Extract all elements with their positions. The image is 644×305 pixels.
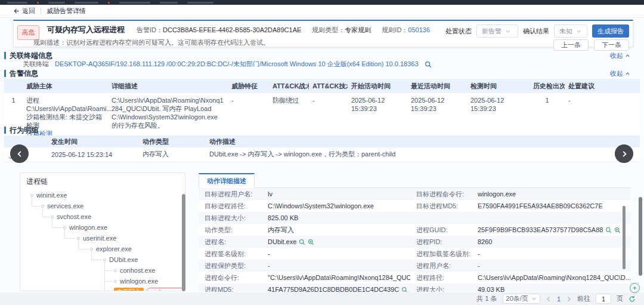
process-highlight-node[interactable]: 内存写入 winlogon.exe [26,286,179,291]
goto-page-input[interactable] [596,294,611,304]
process-node[interactable]: explorer.exe [26,244,179,254]
tab-action-detail[interactable]: 动作详细描述 [199,173,255,188]
node-bullet-icon [114,269,117,272]
carousel-prev-button[interactable] [10,144,29,163]
last-time-cell: 2025-06-12 15:39:23 [407,93,467,141]
pagination-bar: 共 1 条 20条/页 1 前往 页 [0,292,644,305]
terminal-label: 关联终端 [23,60,49,69]
threat-feature-cell: - [228,93,269,141]
detail-table-scrollbar[interactable] [623,206,626,269]
zoom-in-icon[interactable] [614,227,621,233]
search-icon[interactable] [425,61,432,68]
behavior-table-row: 2025-06-12 15:23:14 内存写入 DUbit.exe -> 内存… [4,147,640,162]
detail-row: 进程名: DUbit.exe 进程PID: 8260 [199,236,631,248]
alert-summary-card: 高危 可疑内存写入远程进程 告警ID：DCC3B8A5-EFEE-4462-B5… [13,20,633,47]
alert-title: 可疑内存写入远程进程 [47,24,125,35]
occur-time-cell: 2025-06-12 15:23:14 [48,147,139,162]
alert-id-label: 告警ID： [137,26,163,33]
search-icon[interactable] [299,239,305,245]
history-count-link[interactable]: 1 [530,93,565,141]
top-nav-placeholder [160,2,178,4]
process-node[interactable]: wininit.exe [26,190,179,201]
detail-row: 进程MD5: 41FA775D9A26D1C8DBDB0DE1C4DC439C … [199,284,631,292]
top-nav-bar [0,0,644,5]
detail-row: 进程签名级别: - 进程加载签名级别: - [199,248,631,260]
carousel-next-button[interactable] [615,144,633,163]
rule-id-link[interactable]: 050136 [408,26,430,33]
process-node[interactable]: DUbit.exe [26,254,179,265]
back-button[interactable]: 返回 [13,7,35,16]
confirm-result-select[interactable]: 未知 [554,24,587,38]
attck-technique-cell: - [309,93,348,141]
behavior-section-header: 行为明细 [4,126,38,134]
process-chain-title: 进程链 [26,177,179,187]
floating-widget-icon[interactable] [630,283,640,293]
total-count: 共 1 条 [476,294,497,303]
divider [41,8,41,15]
col-suggestion: 处置建议 [565,79,640,93]
detail-desc-cell: C:\Users\lv\AppData\Roaming\Nxonq1284_QU… [108,93,228,141]
suggestion-cell: - [565,93,640,141]
chevron-up-icon [625,53,630,58]
refresh-icon[interactable] [628,295,636,303]
detail-row: 目标进程路径: C:\Windows\System32\winlogon.exe… [199,200,631,212]
page-scrollbar[interactable] [639,197,642,276]
search-icon[interactable] [401,286,408,292]
chevron-down-icon [576,29,581,34]
terminal-collapse-link[interactable]: 收起 [610,51,630,60]
top-nav-badge [37,2,39,4]
col-threat-feature: 威胁特征 [228,79,269,93]
process-node[interactable]: winlogon.exe [26,276,179,286]
detail-row: 进程保护类型: - 进程用户名: - [199,260,631,272]
detect-time-cell: 2025-06-12 15:39:23 [467,93,530,141]
generate-report-button[interactable]: 生成报告 [592,24,629,38]
process-node[interactable]: winlogon.exe [26,222,179,233]
alert-table-header-row: 威胁主体 详细描述 威胁特征 ATT&CK战术 ATT&CK技术 开始活动时间 … [4,79,640,93]
section-accent-bar [4,52,6,59]
rule-type-value: 专家规则 [345,26,371,33]
col-occur-time: 发生时间 [48,135,139,147]
top-nav-placeholder [187,2,213,4]
current-page-number[interactable]: 1 [557,295,561,303]
target-process-badge: winlogon.exe [146,288,185,292]
behavior-table-header-row: 发生时间 动作类型 动作描述 [4,135,640,147]
prev-page-icon[interactable] [546,296,552,302]
process-node[interactable]: svchost.exe [26,211,179,222]
alert-table: 威胁主体 详细描述 威胁特征 ATT&CK战术 ATT&CK技术 开始活动时间 … [4,79,640,141]
action-badge: 内存写入 [114,288,144,291]
dispose-status-select[interactable]: 新告警 [476,24,518,38]
prev-item-button[interactable]: 上一条 [553,39,589,51]
chevron-up-icon [625,71,630,76]
zoom-in-icon[interactable] [308,239,314,245]
detail-row: 进程命令行: "C:\Users\lv\AppData\Roaming\Nxon… [199,272,631,284]
chevron-down-icon [531,296,537,301]
terminal-value-link[interactable]: DESKTOP-AQ365IF/192.168.111.129 /00:0C:2… [55,60,419,69]
next-page-icon[interactable] [566,296,572,302]
col-action-type: 动作类型 [139,135,206,147]
top-nav-placeholder [119,2,150,4]
goto-label: 前往 [577,294,590,303]
page-size-select[interactable]: 20条/页 [503,294,540,304]
action-detail-table: 目标进程用户名: lv 目标进程命令行: winlogon.exe 目标进程路径… [199,188,631,292]
col-last-time: 最近活动时间 [407,79,467,93]
col-index [4,79,23,93]
chevron-down-icon [505,29,510,34]
detail-row: 目标进程用户名: lv 目标进程命令行: winlogon.exe [199,188,631,200]
col-detail-desc: 详细描述 [108,79,228,93]
next-item-button[interactable]: 下一条 [594,39,629,51]
col-start-time: 开始活动时间 [348,79,407,93]
col-threat-subject: 威胁主体 [23,79,108,93]
col-attck-tactic: ATT&CK战术 [269,79,309,93]
col-action-desc: 动作描述 [206,135,640,147]
alert-table-row: 1 进程 C:\Users\lv\AppData\Roami... 沙箱检测结果… [4,93,640,141]
arrow-left-icon [13,8,20,14]
search-icon[interactable] [605,227,612,233]
process-node[interactable]: userinit.exe [26,233,179,244]
rule-type-label: 规则类型： [312,26,345,33]
rule-id-label: 规则ID： [382,26,408,33]
process-chain-panel: 进程链 wininit.exe services.exe svchost.exe… [20,172,185,291]
col-history-count: 历史检出次数 [530,79,565,93]
alert-collapse-link[interactable]: 收起 [610,69,630,78]
process-chain-scrollbar[interactable] [182,194,185,291]
process-node[interactable]: conhost.exe [26,265,179,276]
